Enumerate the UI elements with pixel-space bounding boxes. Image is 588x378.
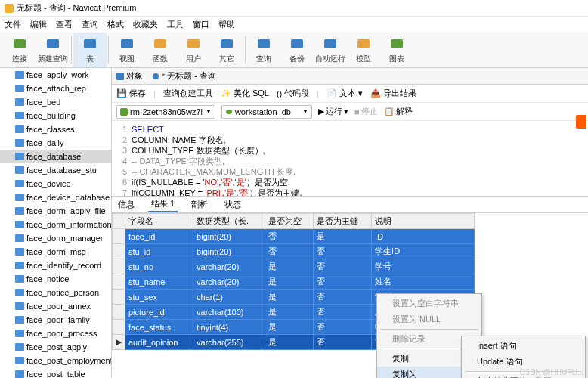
tb-backup[interactable]: 备份 [280,33,314,67]
menu-文件[interactable]: 文件 [5,19,21,30]
save-button[interactable]: 💾 保存 [116,88,146,99]
svg-rect-2 [47,39,59,48]
tb-model[interactable]: 模型 [347,33,380,67]
svg-rect-3 [84,39,96,48]
tree-face_dorm_manager[interactable]: face_dorm_manager [0,231,111,245]
tree-face_device[interactable]: face_device [0,177,111,191]
text-button[interactable]: 📄 文本 ▾ [326,88,363,99]
menu-帮助[interactable]: 帮助 [218,19,235,30]
mi-null[interactable]: 设置为 NULL [377,311,481,327]
svg-point-47 [153,73,159,79]
tree-face_poor_annex[interactable]: face_poor_annex [0,299,111,313]
svg-rect-10 [324,39,336,48]
tb-other[interactable]: 其它 [210,33,243,67]
run-button[interactable]: ▶ 运行 ▾ [318,106,348,117]
svg-rect-9 [291,39,303,48]
tree-face_post_apply[interactable]: face_post_apply [0,340,111,354]
table-row[interactable]: stu_idbigint(20)否否学生ID [113,244,475,259]
tree-face_dorm_information[interactable]: face_dorm_information [0,218,111,231]
svg-rect-14 [15,85,24,92]
tree-face_dorm_msg[interactable]: face_dorm_msg [0,245,111,259]
feedback-icon[interactable] [576,115,586,129]
tab-query[interactable]: * 无标题 - 查询 [152,70,216,82]
tab-profile[interactable]: 剖析 [188,197,211,212]
tree-face_attach_rep[interactable]: face_attach_rep [0,82,111,95]
menu-收藏夹[interactable]: 收藏夹 [133,19,158,30]
menubar: 文件编辑查看查询格式收藏夹工具窗口帮助 [0,17,588,32]
editor-toolbar: 💾 保存 | 查询创建工具 ✨美化 SQL ()代码段 | 📄 文本 ▾ 📤导出… [112,85,588,103]
svg-rect-7 [221,39,233,48]
svg-rect-35 [15,370,24,378]
tb-func[interactable]: 函数 [144,33,177,67]
mi-update[interactable]: Update 语句 [462,354,585,370]
mi-insert[interactable]: Insert 语句 [462,338,585,354]
stop-button[interactable]: ■ 停止 [354,106,378,117]
tree-face_notice[interactable]: face_notice [0,272,111,286]
svg-rect-15 [15,98,24,106]
tree-face_database[interactable]: face_database [0,150,111,163]
tree-face_daily[interactable]: face_daily [0,136,111,150]
menu-查询[interactable]: 查询 [82,19,98,30]
tb-auto[interactable]: 自动运行 [314,33,347,67]
tree-face_poor_process[interactable]: face_poor_process [0,327,111,340]
svg-rect-24 [15,221,24,228]
svg-rect-22 [15,194,24,201]
svg-rect-0 [5,4,14,13]
tb-query[interactable]: 查询 [247,33,280,67]
tree-face_poor_family[interactable]: face_poor_family [0,313,111,327]
tb-connect[interactable]: 连接 [3,33,36,67]
window-title: 无标题 - 查询 - Navicat Premium [17,2,136,14]
tb-user[interactable]: 用户 [177,33,210,67]
svg-rect-1 [14,39,26,48]
result-tabs: 信息 结果 1 剖析 状态 [112,197,588,213]
tree-face_database_stu[interactable]: face_database_stu [0,163,111,177]
tb-table[interactable]: 表 [73,33,107,67]
menu-格式[interactable]: 格式 [107,19,124,30]
tb-view[interactable]: 视图 [110,33,144,67]
db-combo[interactable]: workstation_db▼ [221,105,312,119]
tree-face_bed[interactable]: face_bed [0,95,111,109]
tab-status[interactable]: 状态 [221,197,244,212]
titlebar: 无标题 - 查询 - Navicat Premium [0,0,588,17]
svg-rect-28 [15,275,24,283]
server-combo[interactable]: rm-2zetn83n05wz7i▼ [116,105,215,119]
tab-result[interactable]: 结果 1 [148,197,178,212]
tree-face_identify_record[interactable]: face_identify_record [0,259,111,272]
svg-rect-19 [15,153,24,160]
tab-objects[interactable]: 对象 [116,70,143,82]
sql-editor[interactable]: 1SELECT2 COLUMN_NAME 字段名,3 COLUMN_TYPE 数… [112,121,588,197]
beautify-button[interactable]: ✨美化 SQL [221,88,269,99]
svg-rect-8 [258,39,270,48]
builder-button[interactable]: 查询创建工具 [163,88,213,99]
app-icon [5,4,14,13]
tree-face_device_database[interactable]: face_device_database [0,191,111,204]
tree-face_apply_work[interactable]: face_apply_work [0,68,111,82]
menu-窗口[interactable]: 窗口 [193,19,209,30]
table-row[interactable]: stu_namevarchar(20)是否姓名 [113,274,475,290]
tb-chart[interactable]: 图表 [380,33,413,67]
menu-工具[interactable]: 工具 [167,19,184,30]
watermark: CSDN @HHUFU... [519,368,583,376]
explain-button[interactable]: 📋解释 [384,106,413,117]
tree-face_post_employment[interactable]: face_post_employment [0,354,111,367]
svg-rect-18 [15,139,24,147]
svg-rect-31 [15,316,24,324]
tree-face_notice_person[interactable]: face_notice_person [0,286,111,299]
tree-face_post_table[interactable]: face_post_table [0,367,111,378]
table-row[interactable]: stu_novarchar(20)是否学号 [113,259,475,274]
tree-face_building[interactable]: face_building [0,109,111,122]
tree-face_classes[interactable]: face_classes [0,122,111,136]
tree-face_dorm_apply_file[interactable]: face_dorm_apply_file [0,204,111,218]
tab-info[interactable]: 信息 [115,197,138,212]
menu-编辑[interactable]: 编辑 [30,19,47,30]
svg-rect-16 [15,112,24,119]
menu-查看[interactable]: 查看 [56,19,73,30]
svg-rect-27 [15,262,24,269]
svg-rect-26 [15,248,24,256]
mi-blank[interactable]: 设置为空白字符串 [377,296,481,311]
snippet-button[interactable]: ()代码段 [277,88,309,99]
tb-newquery[interactable]: 新建查询 [36,33,70,67]
export-button[interactable]: 📤导出结果 [370,88,416,99]
table-row[interactable]: face_idbigint(20)否是ID [113,229,475,244]
connection-bar: rm-2zetn83n05wz7i▼ workstation_db▼ ▶ 运行 … [112,103,588,121]
